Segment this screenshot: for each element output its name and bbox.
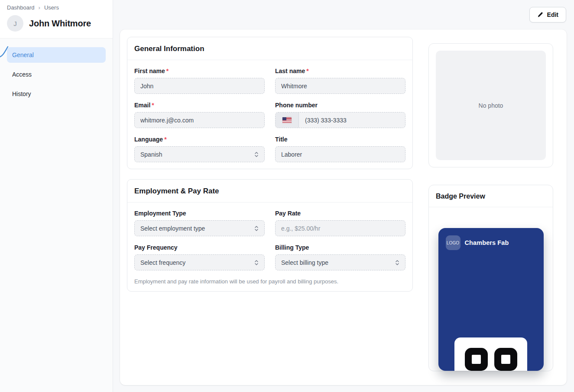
language-select-value: Spanish	[140, 151, 162, 158]
chevron-up-down-icon	[254, 259, 259, 266]
qr-finder-inner	[472, 355, 481, 364]
general-information-header: General Information	[127, 37, 412, 60]
pay-frequency-label: Pay Frequency	[134, 244, 265, 251]
first-name-label: First name*	[134, 67, 265, 74]
qr-finder-pattern	[494, 348, 517, 371]
last-name-input[interactable]	[275, 78, 405, 94]
pay-rate-field-group: Pay Rate	[275, 210, 405, 236]
required-asterisk: *	[306, 67, 308, 74]
general-information-card: General Information First name* Last nam…	[127, 37, 413, 169]
chevron-up-down-icon	[395, 259, 399, 266]
country-code-selector[interactable]	[276, 112, 299, 128]
employment-pay-rate-header: Employment & Pay Rate	[127, 180, 412, 202]
pay-rate-label: Pay Rate	[275, 210, 405, 217]
employment-type-field-group: Employment Type Select employment type	[134, 210, 265, 236]
sidebar-nav: General Access History	[0, 39, 113, 114]
chevron-up-down-icon	[254, 225, 259, 232]
app-root: Dashboard › Users J John Whitmore Genera…	[0, 0, 574, 392]
sidebar-header: Dashboard › Users J John Whitmore	[0, 0, 113, 39]
pay-rate-input[interactable]	[275, 220, 405, 236]
employment-note: Employment and pay rate information will…	[134, 278, 405, 285]
breadcrumb: Dashboard › Users	[7, 3, 106, 15]
side-column: No photo Badge Preview LOGO C	[428, 43, 553, 378]
edit-button[interactable]: Edit	[529, 7, 566, 22]
content-panel: General Information First name* Last nam…	[120, 29, 567, 385]
badge-preview-area: LOGO Chambers Fab	[429, 207, 553, 371]
breadcrumb-dashboard[interactable]: Dashboard	[7, 4, 35, 11]
us-flag-icon	[282, 117, 292, 123]
employment-type-label: Employment Type	[134, 210, 265, 217]
profile-row: J John Whitmore	[7, 15, 106, 32]
company-name: Chambers Fab	[465, 239, 509, 246]
last-name-field-group: Last name*	[275, 67, 405, 94]
no-photo-label: No photo	[479, 102, 503, 109]
first-name-input[interactable]	[134, 78, 265, 94]
avatar: J	[7, 15, 23, 32]
photo-card: No photo	[428, 43, 553, 167]
qr-finder-pattern	[465, 348, 488, 371]
phone-label: Phone number	[275, 102, 405, 109]
required-asterisk: *	[152, 102, 154, 109]
language-label: Language*	[134, 136, 265, 143]
sidebar-item-general[interactable]: General	[7, 47, 106, 63]
main-area: Edit General Information First name*	[113, 0, 574, 392]
sidebar: Dashboard › Users J John Whitmore Genera…	[0, 0, 113, 392]
edit-button-label: Edit	[547, 11, 558, 18]
employment-type-select[interactable]: Select employment type	[134, 220, 265, 236]
billing-type-label: Billing Type	[275, 244, 405, 251]
employment-pay-rate-card: Employment & Pay Rate Employment Type Se…	[127, 179, 413, 292]
general-information-title: General Information	[134, 45, 204, 53]
required-asterisk: *	[166, 67, 169, 74]
language-field-group: Language* Spanish	[134, 136, 265, 162]
first-name-field-group: First name*	[134, 67, 265, 94]
language-select[interactable]: Spanish	[134, 146, 265, 162]
title-field-group: Title	[275, 136, 405, 162]
qr-code	[454, 337, 527, 371]
qr-finder-inner	[501, 355, 510, 364]
logo-label: LOGO	[447, 241, 460, 245]
employee-badge: LOGO Chambers Fab	[438, 228, 544, 371]
phone-field-group: Phone number (333) 333-3333	[275, 102, 405, 128]
topbar: Edit	[113, 0, 574, 29]
last-name-label: Last name*	[275, 67, 405, 74]
avatar-initial: J	[13, 20, 17, 27]
breadcrumb-users[interactable]: Users	[44, 4, 59, 11]
badge-preview-card: Badge Preview LOGO Chambers Fab	[428, 185, 553, 371]
sidebar-item-access[interactable]: Access	[7, 67, 106, 82]
photo-placeholder: No photo	[436, 51, 546, 160]
pay-frequency-placeholder: Select frequency	[140, 259, 185, 266]
employment-pay-rate-title: Employment & Pay Rate	[134, 187, 219, 195]
form-column: General Information First name* Last nam…	[127, 37, 413, 378]
pencil-icon	[537, 12, 543, 18]
required-asterisk: *	[164, 136, 166, 143]
employment-type-placeholder: Select employment type	[140, 225, 205, 232]
pay-frequency-select[interactable]: Select frequency	[134, 254, 265, 270]
general-information-body: First name* Last name* Email*	[127, 60, 412, 169]
phone-value: (333) 333-3333	[299, 112, 353, 128]
badge-preview-header: Badge Preview	[429, 185, 553, 207]
billing-type-field-group: Billing Type Select billing type	[275, 244, 405, 270]
email-input[interactable]	[134, 112, 265, 128]
email-field-group: Email*	[134, 102, 265, 128]
title-input[interactable]	[275, 146, 405, 162]
company-logo-placeholder: LOGO	[446, 235, 460, 250]
employment-pay-rate-body: Employment Type Select employment type P…	[127, 202, 412, 291]
email-label: Email*	[134, 102, 265, 109]
badge-company-row: LOGO Chambers Fab	[438, 228, 544, 257]
title-label: Title	[275, 136, 405, 143]
chevron-up-down-icon	[254, 151, 259, 158]
billing-type-placeholder: Select billing type	[281, 259, 328, 266]
chevron-right-icon: ›	[39, 4, 40, 11]
phone-input[interactable]: (333) 333-3333	[275, 112, 405, 128]
page-title: John Whitmore	[29, 19, 91, 29]
billing-type-select[interactable]: Select billing type	[275, 254, 405, 270]
badge-preview-title: Badge Preview	[436, 193, 485, 200]
pay-frequency-field-group: Pay Frequency Select frequency	[134, 244, 265, 270]
sidebar-item-history[interactable]: History	[7, 86, 106, 102]
